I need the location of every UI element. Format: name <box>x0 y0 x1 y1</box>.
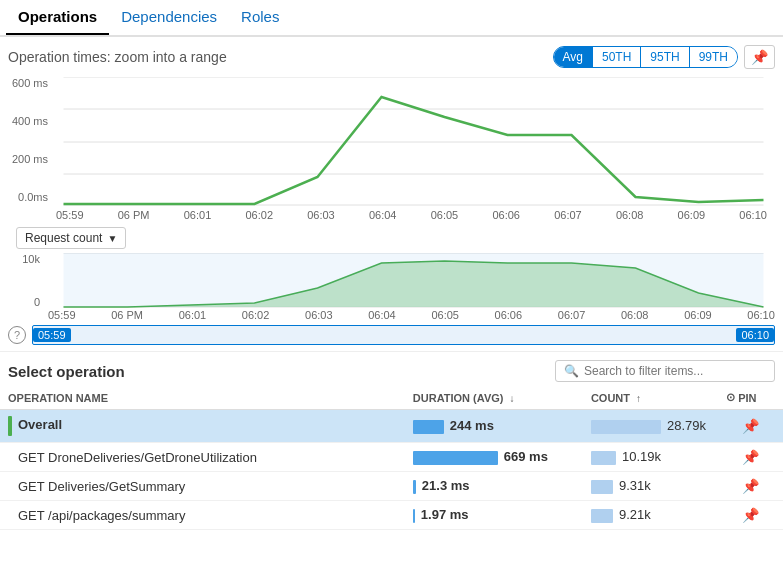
req-y-label-0: 0 <box>4 296 40 308</box>
tab-dependencies[interactable]: Dependencies <box>109 0 229 35</box>
percentile-avg[interactable]: Avg <box>554 47 593 67</box>
table-row[interactable]: GET DroneDeliveries/GetDroneUtilization6… <box>0 443 783 472</box>
svg-rect-8 <box>64 253 764 307</box>
chart-title: Operation times: zoom into a range <box>8 49 227 65</box>
select-operation-title: Select operation <box>8 363 125 380</box>
table-row[interactable]: GET Deliveries/GetSummary21.3 ms9.31k📌 <box>0 472 783 501</box>
tabs-bar: Operations Dependencies Roles <box>0 0 783 37</box>
time-label-7: 06:06 <box>492 209 520 221</box>
time-label-2: 06:01 <box>184 209 212 221</box>
sort-count-icon: ↑ <box>636 393 641 404</box>
range-time-8: 06:07 <box>558 309 586 321</box>
percentile-99[interactable]: 99TH <box>690 47 737 67</box>
col-count[interactable]: COUNT ↑ <box>583 386 718 410</box>
range-start-badge[interactable]: 05:59 <box>33 326 71 344</box>
sort-duration-icon: ↓ <box>510 393 515 404</box>
table-row[interactable]: Overall244 ms28.79k📌 <box>0 410 783 443</box>
percentile-95[interactable]: 95TH <box>641 47 689 67</box>
time-label-4: 06:03 <box>307 209 335 221</box>
time-label-8: 06:07 <box>554 209 582 221</box>
req-y-label-10k: 10k <box>4 253 40 265</box>
help-icon[interactable]: ? <box>8 326 26 344</box>
col-operation-name: OPERATION NAME <box>0 386 405 410</box>
tab-operations[interactable]: Operations <box>6 0 109 35</box>
y-label-600: 600 ms <box>8 77 48 89</box>
range-time-10: 06:09 <box>684 309 712 321</box>
pin-icon[interactable]: 📌 <box>742 478 759 494</box>
percentile-group: Avg 50TH 95TH 99TH <box>553 46 739 68</box>
pin-icon[interactable]: 📌 <box>742 507 759 523</box>
range-time-6: 06:05 <box>431 309 459 321</box>
col-pin: ⊙ PIN <box>718 386 783 410</box>
y-label-400: 400 ms <box>8 115 48 127</box>
time-label-5: 06:04 <box>369 209 397 221</box>
search-box[interactable]: 🔍 <box>555 360 775 382</box>
time-label-0: 05:59 <box>56 209 84 221</box>
range-time-2: 06:01 <box>179 309 207 321</box>
range-time-7: 06:06 <box>495 309 523 321</box>
range-time-0: 05:59 <box>48 309 76 321</box>
time-label-9: 06:08 <box>616 209 644 221</box>
percentile-50[interactable]: 50TH <box>593 47 641 67</box>
time-label-6: 06:05 <box>431 209 459 221</box>
line-chart <box>52 77 775 207</box>
time-label-10: 06:09 <box>678 209 706 221</box>
range-time-9: 06:08 <box>621 309 649 321</box>
time-label-3: 06:02 <box>245 209 273 221</box>
y-label-200: 200 ms <box>8 153 48 165</box>
dropdown-arrow-icon: ▼ <box>107 233 117 244</box>
table-row[interactable]: GET /api/packages/summary1.97 ms9.21k📌 <box>0 501 783 530</box>
pin-icon[interactable]: 📌 <box>742 418 759 434</box>
operations-table: OPERATION NAME DURATION (AVG) ↓ COUNT ↑ … <box>0 386 783 530</box>
search-input[interactable] <box>584 364 766 378</box>
col-duration[interactable]: DURATION (AVG) ↓ <box>405 386 583 410</box>
area-chart <box>44 253 783 308</box>
range-time-1: 06 PM <box>111 309 143 321</box>
range-end-badge[interactable]: 06:10 <box>736 326 774 344</box>
time-label-11: 06:10 <box>739 209 767 221</box>
pin-icon[interactable]: 📌 <box>742 449 759 465</box>
tab-roles[interactable]: Roles <box>229 0 291 35</box>
range-time-4: 06:03 <box>305 309 333 321</box>
range-time-11: 06:10 <box>747 309 775 321</box>
range-time-5: 06:04 <box>368 309 396 321</box>
search-icon: 🔍 <box>564 364 579 378</box>
pin-chart-button[interactable]: 📌 <box>744 45 775 69</box>
range-time-3: 06:02 <box>242 309 270 321</box>
time-label-1: 06 PM <box>118 209 150 221</box>
request-count-dropdown[interactable]: Request count ▼ <box>16 227 126 249</box>
y-label-0: 0.0ms <box>8 191 48 203</box>
